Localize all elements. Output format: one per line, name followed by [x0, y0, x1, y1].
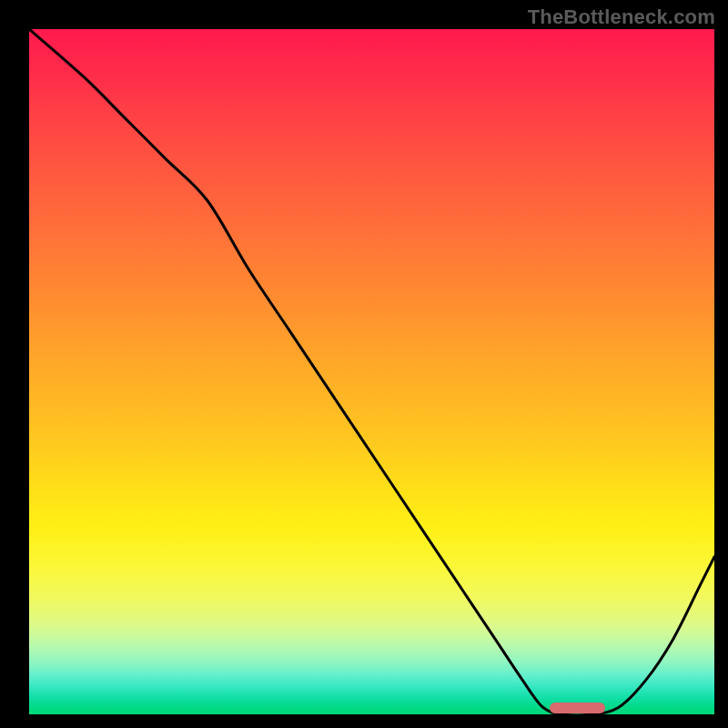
watermark-label: TheBottleneck.com — [528, 5, 715, 29]
plot-area — [29, 29, 714, 714]
optimal-range-marker — [550, 703, 604, 713]
chart-frame: TheBottleneck.com — [0, 0, 728, 728]
bottleneck-curve — [29, 29, 714, 714]
